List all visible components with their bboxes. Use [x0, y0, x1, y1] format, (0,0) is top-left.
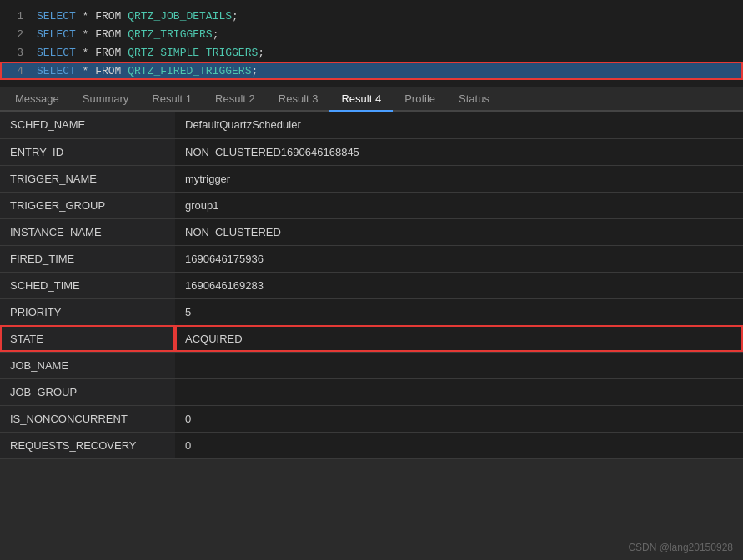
- field-value: ACQUIRED: [175, 325, 743, 352]
- tabs-bar: MessageSummaryResult 1Result 2Result 3Re…: [0, 88, 743, 112]
- table-row: TRIGGER_NAMEmytrigger: [0, 165, 743, 192]
- field-value: 5: [175, 298, 743, 325]
- line-number: 3: [7, 47, 23, 59]
- results-area: SCHED_NAMEDefaultQuartzSchedulerENTRY_ID…: [0, 112, 743, 459]
- table-row: FIRED_TIME1690646175936: [0, 245, 743, 272]
- field-value: 0: [175, 432, 743, 458]
- code-text: SELECT * FROM QRTZ_SIMPLE_TRIGGERS;: [37, 47, 264, 59]
- table-row: TRIGGER_GROUPgroup1: [0, 192, 743, 218]
- line-number: 1: [7, 10, 23, 22]
- field-value: NON_CLUSTERED: [175, 218, 743, 245]
- table-row: JOB_NAME: [0, 352, 743, 378]
- tab-summary[interactable]: Summary: [71, 88, 141, 112]
- code-line-3: 3SELECT * FROM QRTZ_SIMPLE_TRIGGERS;: [0, 43, 743, 62]
- tab-result-4[interactable]: Result 4: [329, 88, 393, 112]
- field-value: mytrigger: [175, 165, 743, 192]
- field-name: JOB_NAME: [0, 352, 175, 378]
- code-text: SELECT * FROM QRTZ_JOB_DETAILS;: [37, 10, 238, 22]
- field-name: PRIORITY: [0, 298, 175, 325]
- tab-message[interactable]: Message: [3, 88, 71, 112]
- table-row: REQUESTS_RECOVERY0: [0, 432, 743, 458]
- code-line-4: 4SELECT * FROM QRTZ_FIRED_TRIGGERS;: [0, 62, 743, 80]
- table-row: JOB_GROUP: [0, 378, 743, 405]
- field-name: ENTRY_ID: [0, 138, 175, 165]
- tab-result-3[interactable]: Result 3: [267, 88, 330, 112]
- table-row: SCHED_NAMEDefaultQuartzScheduler: [0, 112, 743, 138]
- field-name: TRIGGER_GROUP: [0, 192, 175, 218]
- table-row: STATEACQUIRED: [0, 325, 743, 352]
- field-value: 0: [175, 405, 743, 432]
- field-name: INSTANCE_NAME: [0, 218, 175, 245]
- field-name: TRIGGER_NAME: [0, 165, 175, 192]
- table-row: ENTRY_IDNON_CLUSTERED1690646168845: [0, 138, 743, 165]
- tab-result-1[interactable]: Result 1: [140, 88, 203, 112]
- field-name: FIRED_TIME: [0, 245, 175, 272]
- line-number: 4: [7, 65, 23, 78]
- tab-status[interactable]: Status: [447, 88, 501, 112]
- field-name: SCHED_NAME: [0, 112, 175, 138]
- code-line-2: 2SELECT * FROM QRTZ_TRIGGERS;: [0, 25, 743, 43]
- tab-profile[interactable]: Profile: [393, 88, 447, 112]
- field-value: NON_CLUSTERED1690646168845: [175, 138, 743, 165]
- code-text: SELECT * FROM QRTZ_TRIGGERS;: [37, 28, 218, 41]
- field-value: DefaultQuartzScheduler: [175, 112, 743, 138]
- table-row: PRIORITY5: [0, 298, 743, 325]
- field-name: JOB_GROUP: [0, 378, 175, 405]
- field-name: IS_NONCONCURRENT: [0, 405, 175, 432]
- field-value: [175, 378, 743, 405]
- line-number: 2: [7, 28, 23, 41]
- code-editor: 1SELECT * FROM QRTZ_JOB_DETAILS;2SELECT …: [0, 0, 743, 88]
- field-value: 1690646169283: [175, 272, 743, 298]
- code-text: SELECT * FROM QRTZ_FIRED_TRIGGERS;: [37, 65, 258, 78]
- field-name: STATE: [0, 325, 175, 352]
- results-table: SCHED_NAMEDefaultQuartzSchedulerENTRY_ID…: [0, 112, 743, 459]
- code-line-1: 1SELECT * FROM QRTZ_JOB_DETAILS;: [0, 7, 743, 25]
- field-value: 1690646175936: [175, 245, 743, 272]
- table-row: SCHED_TIME1690646169283: [0, 272, 743, 298]
- field-name: REQUESTS_RECOVERY: [0, 432, 175, 458]
- table-row: IS_NONCONCURRENT0: [0, 405, 743, 432]
- tab-result-2[interactable]: Result 2: [203, 88, 267, 112]
- field-name: SCHED_TIME: [0, 272, 175, 298]
- field-value: [175, 352, 743, 378]
- watermark: CSDN @lang20150928: [628, 542, 733, 553]
- table-row: INSTANCE_NAMENON_CLUSTERED: [0, 218, 743, 245]
- field-value: group1: [175, 192, 743, 218]
